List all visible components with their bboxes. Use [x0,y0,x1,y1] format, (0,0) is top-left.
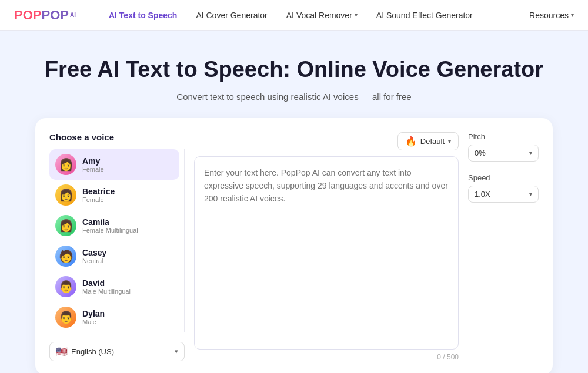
lang-label: English (US) [71,347,114,356]
style-chevron-icon: ▾ [448,138,451,145]
voice-info-casey: Casey Neutral [82,248,106,264]
pitch-control-group: Pitch 0% ▾ [468,132,539,162]
voice-name-dylan: Dylan [82,309,105,318]
voice-type-david: Male Multilingual [82,288,131,295]
main-card: Choose a voice 👩 Amy Female 👩 Beatrice F… [35,118,553,373]
nav-link-cover-generator[interactable]: AI Cover Generator [196,11,267,20]
speed-chevron-icon: ▾ [529,191,532,197]
voice-item-amy[interactable]: 👩 Amy Female [49,149,179,180]
avatar-amy: 👩 [55,154,76,175]
voice-panel-title: Choose a voice [49,132,185,142]
nav-link-vocal-remover[interactable]: AI Vocal Remover ▾ [286,11,358,20]
language-selector[interactable]: 🇺🇸 English (US) ▾ [49,342,185,361]
hero-section: Free AI Text to Speech: Online Voice Gen… [0,31,588,118]
logo[interactable]: POPPOPAI [14,8,76,23]
voice-panel: Choose a voice 👩 Amy Female 👩 Beatrice F… [49,132,185,361]
voice-info-camila: Camila Female Multilingual [82,217,138,234]
voice-info-david: David Male Multilingual [82,278,131,295]
avatar-dylan: 👨 [55,307,76,328]
lang-flag: 🇺🇸 [56,346,68,357]
voice-name-beatrice: Beatrice [82,187,115,196]
voice-type-dylan: Male [82,318,105,325]
hero-title: Free AI Text to Speech: Online Voice Gen… [12,56,576,83]
voice-type-beatrice: Female [82,196,115,203]
voice-name-casey: Casey [82,248,106,257]
voice-info-dylan: Dylan Male [82,309,105,325]
lang-chevron-icon: ▾ [175,348,178,355]
voice-type-casey: Neutral [82,257,106,264]
voice-list: 👩 Amy Female 👩 Beatrice Female 👩 Camila … [49,149,185,332]
voice-type-amy: Female [82,166,104,173]
voice-type-camila: Female Multilingual [82,227,138,234]
vocal-remover-dropdown-icon: ▾ [355,12,358,18]
style-label: Default [420,137,445,146]
speed-dropdown[interactable]: 1.0X ▾ [468,186,539,203]
pitch-label: Pitch [468,132,539,141]
avatar-camila: 👩 [55,215,76,236]
speed-control-group: Speed 1.0X ▾ [468,173,539,203]
voice-item-dylan[interactable]: 👨 Dylan Male [49,302,179,332]
voice-info-amy: Amy Female [82,156,104,173]
pitch-dropdown[interactable]: 0% ▾ [468,145,539,162]
nav-links: AI Text to Speech AI Cover Generator AI … [109,11,574,20]
nav-link-sound-effect[interactable]: AI Sound Effect Generator [376,11,473,20]
resources-dropdown-icon: ▾ [571,12,574,18]
navbar: POPPOPAI AI Text to Speech AI Cover Gene… [0,0,588,31]
voice-item-camila[interactable]: 👩 Camila Female Multilingual [49,210,179,241]
avatar-beatrice: 👩 [55,184,76,206]
voice-name-camila: Camila [82,217,138,227]
logo-pop1: POP [14,8,41,23]
center-area: 🔥 Default ▾ 0 / 500 [194,132,459,361]
nav-link-text-to-speech[interactable]: AI Text to Speech [109,11,177,20]
pitch-value: 0% [475,149,486,157]
voice-item-david[interactable]: 👨 David Male Multilingual [49,271,179,302]
text-input[interactable] [194,156,459,350]
logo-pop2: POP [41,8,68,23]
style-dropdown[interactable]: 🔥 Default ▾ [397,132,459,150]
right-panel: Pitch 0% ▾ Speed 1.0X ▾ [468,132,539,361]
voice-item-casey[interactable]: 🧑 Casey Neutral [49,241,179,271]
voice-info-beatrice: Beatrice Female [82,187,115,203]
style-bar: 🔥 Default ▾ [194,132,459,150]
voice-name-amy: Amy [82,156,104,166]
pitch-chevron-icon: ▾ [529,150,532,156]
hero-subtitle: Convert text to speech using realistic A… [12,92,576,102]
speed-label: Speed [468,173,539,182]
voice-item-beatrice[interactable]: 👩 Beatrice Female [49,180,179,210]
avatar-david: 👨 [55,276,76,297]
avatar-casey: 🧑 [55,246,76,267]
style-icon: 🔥 [405,136,417,147]
logo-ai: AI [70,12,76,18]
speed-value: 1.0X [475,190,490,199]
char-count: 0 / 500 [194,353,459,361]
voice-name-david: David [82,278,131,288]
nav-link-resources[interactable]: Resources ▾ [529,11,574,20]
